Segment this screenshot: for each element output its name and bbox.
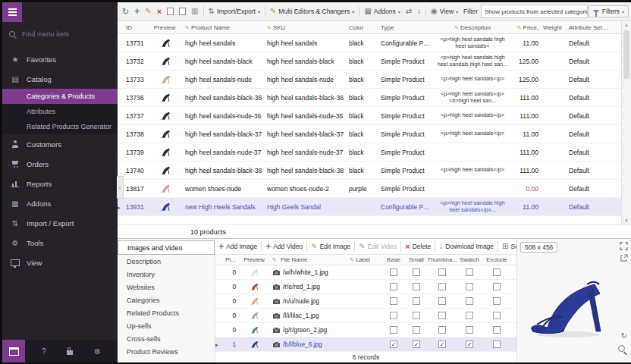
search-input[interactable]	[20, 30, 99, 39]
column-header-id[interactable]: ID	[124, 24, 146, 31]
product-row[interactable]: 13731 high heel sandals high heel sandal…	[118, 34, 622, 52]
detail-tab[interactable]: Related Products	[118, 306, 215, 319]
exclude-checkbox[interactable]	[493, 326, 501, 334]
base-checkbox[interactable]	[390, 297, 397, 305]
base-checkbox[interactable]	[390, 312, 397, 319]
detail-tab[interactable]: Categories	[118, 293, 215, 306]
sidebar-item-reports[interactable]: Reports	[2, 174, 118, 193]
column-header-weight[interactable]: Weight	[541, 24, 567, 31]
small-checkbox[interactable]	[413, 268, 420, 276]
small-checkbox[interactable]	[413, 283, 420, 290]
sidebar-item-view[interactable]: View	[2, 253, 118, 272]
sidebar-item-related-products-generator[interactable]: Related Products Generator	[2, 119, 118, 134]
delete-image-button[interactable]: ×Delete	[405, 243, 431, 251]
column-header-small[interactable]: Small	[405, 256, 428, 263]
product-row[interactable]: 13739 high heel sandals-nude-37 high hee…	[118, 143, 622, 162]
hamburger-menu-button[interactable]	[2, 2, 22, 22]
image-row[interactable]: 0 /l/i/lilac_1.jpg	[215, 309, 516, 323]
sidebar-item-tools[interactable]: ⚙ Tools	[2, 233, 118, 253]
small-checkbox[interactable]	[413, 312, 420, 319]
edit-product-button[interactable]: ✎	[143, 5, 153, 18]
thumbnail-checkbox[interactable]	[438, 340, 446, 348]
column-header-product-name[interactable]: ✎Product Name	[183, 24, 265, 31]
store-button[interactable]	[2, 340, 25, 362]
detail-tab[interactable]: Up-sells	[118, 319, 215, 332]
set-resize-rule-button[interactable]: ⊞Set Resize Rule▾	[502, 243, 516, 250]
swatch-checkbox[interactable]	[466, 312, 473, 319]
sidebar-item-attributes[interactable]: Attributes	[2, 104, 118, 119]
column-header-preview[interactable]: Preview	[146, 24, 183, 31]
sidebar-item-catalog[interactable]: ▤ Catalog	[2, 69, 118, 89]
product-row[interactable]: 13736 high heel sandals-black-36 high he…	[118, 89, 622, 107]
rotate-icon[interactable]: ↻	[621, 331, 627, 340]
small-checkbox[interactable]	[413, 326, 420, 334]
scrollbar-thumb[interactable]	[623, 30, 629, 79]
scroll-down-arrow[interactable]: ▼	[622, 217, 631, 224]
small-checkbox[interactable]	[413, 297, 420, 305]
import-export-menu[interactable]: ⇅ Import/Export ▾	[206, 5, 262, 18]
sort-button[interactable]: ↕	[415, 5, 423, 18]
column-header-exclude[interactable]: Exclude	[482, 256, 511, 263]
download-image-button[interactable]: ↓Download Image	[439, 243, 494, 250]
column-header-preview[interactable]: Preview	[238, 256, 270, 263]
image-row[interactable]: 0 /w/h/white_1.jpg	[215, 265, 516, 280]
zoom-icon[interactable]	[618, 341, 625, 355]
thumbnail-checkbox[interactable]	[438, 268, 446, 276]
exclude-checkbox[interactable]	[493, 268, 501, 276]
multi-editors-menu[interactable]: ✎ Multi Editors & Changers ▾	[268, 5, 356, 18]
settings-button[interactable]: ⚙	[94, 347, 101, 356]
add-video-button[interactable]: +Add Video	[265, 242, 303, 251]
view-menu[interactable]: ◉ View ▾	[429, 5, 460, 18]
base-checkbox[interactable]	[390, 283, 397, 290]
swap-columns-button[interactable]: ⇄	[403, 5, 414, 18]
swatch-checkbox[interactable]	[466, 297, 473, 305]
edit-image-button[interactable]: ✎Edit Image	[311, 243, 350, 250]
column-header-description[interactable]: ✎Description	[433, 24, 512, 31]
column-header-base[interactable]: Base	[382, 256, 405, 263]
base-checkbox[interactable]	[390, 326, 397, 334]
swatch-checkbox[interactable]	[466, 283, 473, 290]
product-row[interactable]: 13732 high heel sandals-black high heel …	[118, 52, 622, 71]
delete-product-button[interactable]: ×	[155, 5, 164, 18]
product-row[interactable]: 13737 high heel sandals-nude-36 high hee…	[118, 107, 622, 125]
help-button[interactable]: ?	[42, 347, 46, 356]
product-row[interactable]: 13733 high heel sandals-nude high heel s…	[118, 71, 622, 89]
add-image-button[interactable]: +Add Image	[218, 242, 257, 251]
swatch-checkbox[interactable]	[466, 326, 473, 334]
exclude-checkbox[interactable]	[493, 297, 501, 305]
column-header-file-name[interactable]: ✎File Name	[270, 256, 347, 263]
lock-button[interactable]	[67, 347, 73, 355]
thumbnail-checkbox[interactable]	[438, 283, 446, 290]
detail-tab[interactable]: Description	[118, 255, 215, 268]
exclude-checkbox[interactable]	[493, 312, 501, 319]
scroll-up-arrow[interactable]: ▲	[622, 21, 631, 29]
exclude-checkbox[interactable]	[493, 340, 501, 348]
column-header-thumbnail[interactable]: Thumbna...	[428, 256, 457, 263]
sidebar-item-categories-products[interactable]: Categories & Products	[2, 89, 118, 104]
detail-tab[interactable]: Inventory	[118, 268, 215, 281]
sidebar-item-orders[interactable]: Orders	[2, 154, 118, 174]
fullscreen-icon[interactable]	[620, 242, 628, 250]
refresh-button[interactable]: ↻	[120, 5, 131, 18]
sidebar-item-import-export[interactable]: ⇅ Import / Export	[2, 213, 118, 233]
copy-button[interactable]	[165, 5, 176, 18]
column-header-label[interactable]: ✎Label	[347, 256, 382, 263]
detail-tab[interactable]: Websites	[118, 281, 215, 293]
column-header-sku[interactable]: ✎SKU	[265, 24, 347, 31]
sidebar-item-customers[interactable]: Customers	[2, 134, 118, 154]
swatch-checkbox[interactable]	[466, 268, 473, 276]
product-row[interactable]: 13931 new High Heels Sandals High Geels …	[118, 198, 622, 216]
sidebar-collapse-handle[interactable]: ‹	[117, 176, 124, 199]
image-row[interactable]: 0 /n/u/nude.jpg	[215, 294, 516, 309]
sidebar-item-favorites[interactable]: ★ Favorites	[2, 49, 118, 69]
sidebar-item-addons[interactable]: ▦ Addons	[2, 193, 118, 213]
image-row[interactable]: 0 /r/e/red_1.jpg	[215, 280, 516, 294]
detail-tab[interactable]: Images and Video	[118, 240, 215, 255]
product-row[interactable]: 13738 high heel sandals-black-37 high he…	[118, 125, 622, 143]
add-product-button[interactable]: +	[132, 5, 142, 18]
thumbnail-checkbox[interactable]	[438, 297, 446, 305]
image-row[interactable]: 0 /g/r/green_2.jpg	[215, 323, 516, 337]
column-header-swatch[interactable]: Swatch	[457, 256, 482, 263]
columns-button[interactable]: ▥	[189, 5, 200, 18]
column-header-type[interactable]: Type	[378, 24, 433, 31]
